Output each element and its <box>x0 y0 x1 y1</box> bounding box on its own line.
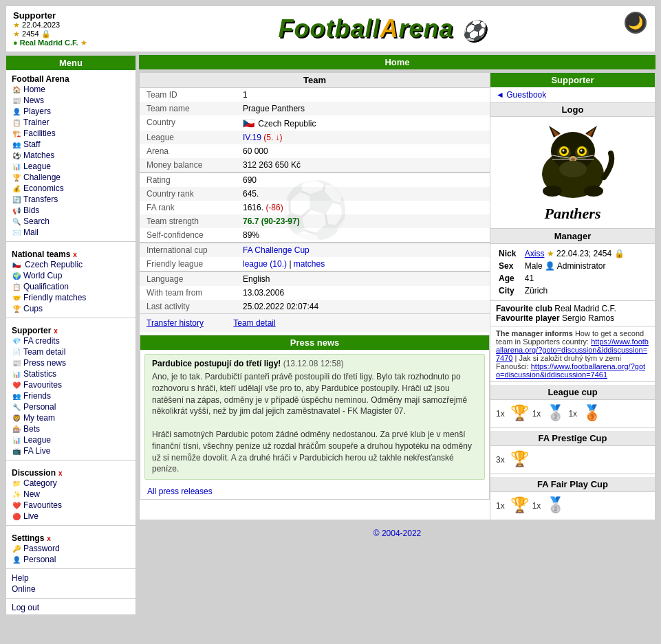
sidebar-item-czech-republic[interactable]: 🇨🇿Czech Republic <box>12 259 130 270</box>
prestige-gold-trophy-icon: 🏆 <box>510 450 527 469</box>
nick-label: Nick <box>497 248 522 259</box>
sidebar-item-players[interactable]: 👤Players <box>12 106 130 117</box>
sidebar-item-qualification[interactable]: 📋Qualification <box>12 281 130 292</box>
site-logo: FootballArena ⚽ <box>278 14 486 43</box>
table-row: FA rank1616. (-86) <box>140 201 490 214</box>
sidebar-item-favourites[interactable]: ❤️Favourites <box>12 379 130 390</box>
new-icon: ✨ <box>12 489 21 499</box>
press-news-panel: Press news Pardubice postupují do třetí … <box>140 335 490 500</box>
press-content-area[interactable]: Pardubice postupují do třetí ligy! (13.1… <box>145 355 484 479</box>
friendly-league-link[interactable]: league (10.) <box>243 259 287 269</box>
settings-collapse-btn[interactable]: x <box>47 535 51 542</box>
sidebar-item-fav-discussion[interactable]: ❤️Favourites <box>12 500 130 511</box>
manager-info: Nick Axiss ★ 22.04.23; 2454 🔒 <box>490 244 655 300</box>
table-row: With team from13.03.2006 <box>140 286 490 300</box>
table-row: International cupFA Challenge Cup <box>140 243 490 257</box>
table-row: Rating690 <box>140 173 490 187</box>
logo-image-area: Panthers <box>490 117 655 228</box>
friendly-matches-link[interactable]: matches <box>294 259 325 269</box>
fair-play-silver-icon: 🥈 <box>546 496 563 515</box>
sidebar-item-news[interactable]: 📰News <box>12 95 130 106</box>
sidebar-item-transfers[interactable]: 🔄Transfers <box>12 194 130 205</box>
sidebar: Menu Football Arena 🏠Home 📰News 👤Players… <box>6 55 136 615</box>
staff-icon: 👥 <box>12 140 21 149</box>
sidebar-item-fa-live[interactable]: 📺FA Live <box>12 445 130 456</box>
supporter-team[interactable]: ● Real Madrid C.F. ★ <box>13 38 116 47</box>
table-row: Sex Male 👤 Administrator <box>497 260 648 271</box>
sidebar-item-statistics[interactable]: 📊Statistics <box>12 368 130 379</box>
sidebar-item-new[interactable]: ✨New <box>12 489 130 500</box>
table-row: Team ID1 <box>140 88 490 102</box>
team-link[interactable]: Real Madrid C.F. <box>20 38 78 47</box>
press-more-area: All press releases <box>140 484 489 499</box>
sidebar-item-bets[interactable]: 🎰Bets <box>12 423 130 434</box>
league-link[interactable]: IV.19 <box>243 133 261 142</box>
svg-point-21 <box>543 186 562 197</box>
sidebar-item-live[interactable]: 🔴Live <box>12 511 130 522</box>
discussion-collapse-btn[interactable]: x <box>58 469 63 477</box>
moon-icon[interactable]: 🌙 <box>625 12 647 34</box>
players-icon: 👤 <box>12 107 21 116</box>
svg-point-13 <box>580 150 582 152</box>
press-headline: Pardubice postupují do třetí ligy! (13.1… <box>152 359 477 368</box>
all-press-releases-link[interactable]: All press releases <box>147 487 213 496</box>
sidebar-item-friends[interactable]: 👥Friends <box>12 390 130 401</box>
theme-toggle[interactable]: 🌙 <box>625 12 647 34</box>
sidebar-item-bids[interactable]: 📢Bids <box>12 205 130 216</box>
sidebar-item-challenge[interactable]: 🏆Challenge <box>12 172 130 183</box>
team-bullet: ● <box>13 38 18 47</box>
sidebar-item-search[interactable]: 🔍Search <box>12 216 130 227</box>
team-info-area: ⚽ Team ID1 Team namePrague Panthers Coun… <box>140 88 490 332</box>
bids-icon: 📢 <box>12 206 21 215</box>
stats-icon: 📊 <box>12 369 21 379</box>
sidebar-item-personal[interactable]: 🔧Personal <box>12 401 130 412</box>
sidebar-item-economics[interactable]: 💰Economics <box>12 183 130 194</box>
sidebar-item-personal-settings[interactable]: 👤Personal <box>12 554 130 565</box>
sidebar-item-staff[interactable]: 👥Staff <box>12 139 130 150</box>
supporter-info: Supporter ★ 22.04.2023 ★ 2454 🔒 ● Real M… <box>13 10 116 47</box>
press-icon: 📰 <box>12 358 21 368</box>
supporter-collapse-btn[interactable]: x <box>54 327 58 335</box>
press-timestamp: (13.12.08 12:58) <box>283 359 344 368</box>
sidebar-item-league[interactable]: 📊League <box>12 161 130 172</box>
intl-cup-link[interactable]: FA Challenge Cup <box>243 245 310 255</box>
sidebar-item-category[interactable]: 📁Category <box>12 478 130 489</box>
sidebar-item-team-detail[interactable]: 📄Team detail <box>12 346 130 357</box>
sidebar-item-home[interactable]: 🏠Home <box>12 84 130 95</box>
nick-link[interactable]: Axiss <box>525 249 545 258</box>
table-row: City Zürich <box>497 285 648 296</box>
sidebar-item-facilities[interactable]: 🏗️Facilities <box>12 128 130 139</box>
friends-icon: 👥 <box>12 391 21 401</box>
sidebar-item-friendly-matches[interactable]: 🤝Friendly matches <box>12 292 130 303</box>
sidebar-item-logout[interactable]: Log out <box>12 602 130 613</box>
sidebar-item-password[interactable]: 🔑Password <box>12 543 130 554</box>
national-collapse-btn[interactable]: x <box>73 251 77 258</box>
sidebar-item-league-sup[interactable]: 📊League <box>12 434 130 445</box>
sidebar-item-mail[interactable]: ✉️Mail <box>12 227 130 238</box>
team-detail-link[interactable]: Team detail <box>233 318 275 328</box>
fair-play-cup-section: FA Fair Play Cup 1x 🏆 1x 🥈 <box>490 474 655 520</box>
sidebar-item-cups[interactable]: 🏆Cups <box>12 303 130 314</box>
personal-icon: 🔧 <box>12 402 21 412</box>
sidebar-item-press-news[interactable]: 📰Press news <box>12 357 130 368</box>
team-section: Team ⚽ Team ID1 Team namePrague Panthers… <box>140 73 655 520</box>
lock-icon: 🔒 <box>614 249 625 258</box>
sidebar-item-trainer[interactable]: 📋Trainer <box>12 117 130 128</box>
sidebar-item-matches[interactable]: ⚽Matches <box>12 150 130 161</box>
sidebar-item-world-cup[interactable]: 🌍World Cup <box>12 270 130 281</box>
manager-section-title: Manager <box>490 228 655 244</box>
guestbook-link[interactable]: Guestbook <box>506 90 546 100</box>
press-article: Pardubice postupují do třetí ligy! (13.1… <box>144 354 485 480</box>
team-info-table: Team ID1 Team namePrague Panthers Countr… <box>140 88 490 313</box>
person-icon: 👤 <box>545 261 555 271</box>
transfer-history-link[interactable]: Transfer history <box>147 318 204 328</box>
friendly-icon: 🤝 <box>12 293 21 302</box>
league-sup-icon: 📊 <box>12 435 21 445</box>
economics-icon: 💰 <box>12 184 21 193</box>
sidebar-item-online[interactable]: Online <box>12 584 130 595</box>
sidebar-item-my-team[interactable]: 🦁My team <box>12 412 130 423</box>
svg-point-12 <box>562 150 564 152</box>
sidebar-item-help[interactable]: Help <box>12 573 130 584</box>
city-label: City <box>497 285 522 296</box>
sidebar-item-fa-credits[interactable]: 💎FA credits <box>12 335 130 346</box>
